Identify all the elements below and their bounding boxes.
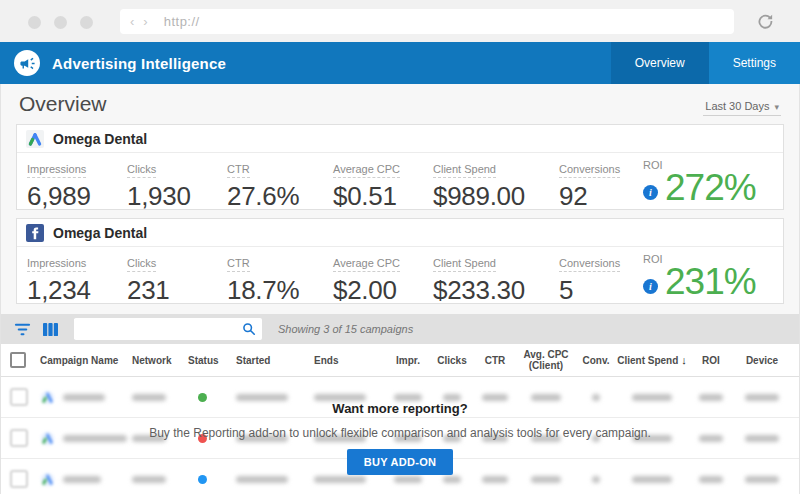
search-icon[interactable] [242,322,256,336]
metric-label: CTR [227,257,250,272]
metric-value: $233.30 [433,276,559,304]
blurred-campaign-name [63,394,105,401]
tab-settings[interactable]: Settings [709,42,800,84]
metric-value: $0.51 [333,182,433,210]
blurred-value [394,394,422,401]
chevron-down-icon: ▾ [774,102,779,112]
table-toolbar: Showing 3 of 15 campaigns [1,314,799,344]
metric-value: $989.00 [433,182,559,210]
blurred-date [314,476,366,483]
upsell-title: Want more reporting? [1,401,799,416]
col-conversions[interactable]: Conv. [576,355,616,366]
blurred-value [632,476,672,483]
blurred-value [531,476,561,483]
blurred-date [236,394,288,401]
blurred-value [592,476,600,483]
col-campaign-name[interactable]: Campaign Name [40,355,132,366]
metric-value: 1,234 [27,276,127,304]
blurred-value [443,476,461,483]
columns-icon[interactable] [42,322,59,337]
info-icon[interactable]: i [643,279,658,294]
buy-addon-button[interactable]: BUY ADD-ON [347,449,454,475]
search-box [74,318,262,340]
page-title: Overview [19,92,107,116]
metric-value: 92 [559,182,643,210]
sort-desc-icon: ↓ [681,354,687,366]
header-tabs: Overview Settings [611,42,800,84]
facebook-icon [26,224,44,242]
card-title: Omega Dental [53,225,147,241]
blurred-value [482,394,508,401]
results-count: Showing 3 of 15 campaigns [278,323,413,335]
summary-card-facebook: Omega Dental Impressions1,234 Clicks231 … [16,218,784,304]
metric-value: $2.00 [333,276,433,304]
upsell-description: Buy the Reporting add-on to unlock flexi… [1,426,799,440]
blurred-network [132,476,166,483]
url-text: http:// [164,14,200,29]
table-header-row: Campaign Name Network Status Started End… [1,344,799,377]
select-all-checkbox[interactable] [10,352,26,368]
tab-overview[interactable]: Overview [611,42,709,84]
app-header: Advertising Intelligence Overview Settin… [0,42,800,84]
col-status[interactable]: Status [188,355,236,366]
metric-label: Clicks [127,257,156,272]
col-network[interactable]: Network [132,355,188,366]
col-impressions[interactable]: Impr. [386,355,430,366]
blurred-value [482,476,508,483]
url-bar[interactable]: ‹ › http:// [120,9,734,34]
blurred-network [132,394,166,401]
col-avg-cpc[interactable]: Avg. CPC (Client) [516,349,576,371]
blurred-value [443,394,461,401]
roi-value: 272% [665,171,756,205]
metric-value: 231 [127,276,227,304]
reload-icon[interactable] [756,12,774,30]
metric-value: 27.6% [227,182,333,210]
upsell-overlay: Want more reporting? Buy the Reporting a… [1,401,799,475]
date-range-dropdown[interactable]: Last 30 Days▾ [703,100,781,116]
blurred-value [592,394,600,401]
table-body: Want more reporting? Buy the Reporting a… [1,377,799,494]
megaphone-icon [14,50,40,76]
search-input[interactable] [74,319,242,339]
app-title: Advertising Intelligence [52,55,226,72]
main-content: Overview Last 30 Days▾ Omega Dental Impr… [0,84,800,494]
google-ads-icon [26,130,44,148]
metric-label: Impressions [27,163,86,178]
roi-value: 231% [665,265,756,299]
col-ends[interactable]: Ends [314,355,386,366]
browser-chrome: ‹ › http:// [0,0,800,42]
blurred-value [699,476,723,483]
metric-value: 6,989 [27,182,127,210]
metric-value: 18.7% [227,276,333,304]
metric-label: Impressions [27,257,86,272]
col-client-spend[interactable]: Client Spend↓ [616,355,688,366]
blurred-device [745,394,779,401]
col-started[interactable]: Started [236,355,314,366]
metric-label: Conversions [559,163,620,178]
metric-label: Conversions [559,257,620,272]
metric-label: Client Spend [433,163,496,178]
forward-icon[interactable]: › [143,14,147,29]
metric-label: Client Spend [433,257,496,272]
metric-label: Average CPC [333,257,400,272]
col-device[interactable]: Device [734,355,790,366]
blurred-value [394,476,422,483]
blurred-date [236,476,288,483]
filter-icon[interactable] [14,322,31,337]
metric-label: Average CPC [333,163,400,178]
blurred-value [699,394,723,401]
blurred-value [632,394,672,401]
window-controls[interactable] [28,16,93,29]
col-clicks[interactable]: Clicks [430,355,474,366]
metric-value: 1,930 [127,182,227,210]
col-ctr[interactable]: CTR [474,355,516,366]
summary-card-google: Omega Dental Impressions6,989 Clicks1,93… [16,124,784,210]
blurred-device [745,476,779,483]
back-icon[interactable]: ‹ [130,14,134,29]
metric-value: 5 [559,276,643,304]
info-icon[interactable]: i [643,185,658,200]
blurred-campaign-name [63,476,101,483]
metric-label: Clicks [127,163,156,178]
blurred-date [314,394,366,401]
col-roi[interactable]: ROI [688,355,734,366]
